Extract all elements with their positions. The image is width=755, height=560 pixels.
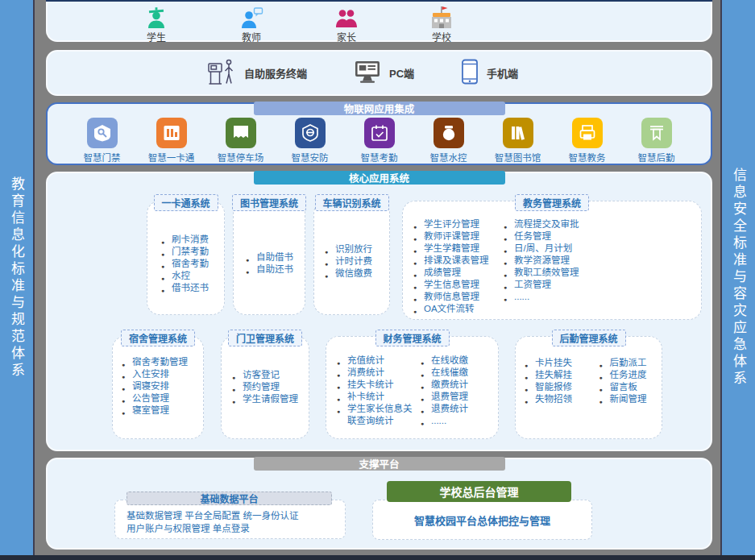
- iot-item-label: 智慧后勤: [638, 151, 675, 164]
- system-box-title: 一卡通系统: [153, 194, 218, 211]
- user-role-teacher: 教师: [223, 6, 280, 44]
- phone-icon: [461, 59, 479, 88]
- terminal-label: PC端: [389, 65, 414, 81]
- terminals-panel: 自助服务终端 PC端: [46, 50, 712, 96]
- parents-icon: [335, 6, 358, 29]
- system-box-title: 财务管理系统: [375, 330, 449, 346]
- list-item: 失物招领: [524, 393, 593, 405]
- support-platform-panel: 支撑平台 基础数据平台 基础数据管理 平台全局配置 统一身份认证 用户账户与权限…: [46, 458, 712, 550]
- list-item: 门禁考勤: [160, 246, 224, 258]
- iot-item-label: 智慧考勤: [361, 151, 398, 164]
- parking-icon: [226, 118, 256, 148]
- system-box-finance: 财务管理系统 充值统计 消费统计 挂失卡统计 补卡统计 学生家长信息关联查询统计…: [326, 336, 499, 439]
- list-item: 日/周、月计划: [503, 243, 599, 255]
- smart-campus-architecture-diagram: 教育信息化标准与规范体系 信息安全标准与容灾应急体系 学生: [0, 0, 755, 560]
- user-role-parent: 家长: [318, 6, 375, 44]
- list-item: 学生请假管理: [231, 393, 309, 405]
- list-item: 公告管理: [121, 392, 203, 404]
- list-item: 教师信息管理: [413, 291, 496, 303]
- system-box-title: 宿舍管理系统: [121, 330, 195, 346]
- system-box-title: 图书管理系统: [232, 194, 306, 211]
- base-platform-line2: 用户账户与权限管理 单点登录: [127, 522, 345, 535]
- terminal-pc: PC端: [354, 60, 414, 87]
- teacher-icon: [240, 6, 263, 29]
- iot-item-label: 智慧安防: [292, 151, 329, 164]
- user-role-label: 教师: [242, 30, 261, 44]
- list-item: 挂失卡统计: [336, 379, 415, 391]
- user-role-school: 学校: [413, 6, 470, 44]
- list-item: 智能报修: [524, 381, 593, 393]
- logistics-icon: [641, 118, 672, 148]
- user-role-label: 学校: [432, 30, 451, 44]
- list-item: 水控: [160, 270, 224, 282]
- list-item: 宿舍考勤: [160, 258, 224, 270]
- list-item: OA文件流转: [413, 303, 496, 315]
- list-item: 退费统计: [420, 403, 494, 415]
- core-header-bar: 核心应用系统: [254, 171, 505, 185]
- terminal-kiosk: 自助服务终端: [207, 58, 307, 89]
- list-item: 在线催缴: [420, 367, 494, 379]
- list-item: 自助还书: [245, 263, 305, 276]
- access-control-icon: [87, 118, 118, 148]
- list-item: 宿舍考勤管理: [121, 356, 203, 368]
- system-box-vehicle: 车辆识别系统 识别放行 计时计费 微信缴费: [313, 201, 390, 315]
- iot-item-academic: 智慧教务: [566, 118, 608, 164]
- left-standards-label: 教育信息化标准与规范体系: [6, 176, 27, 380]
- list-item: 教职工绩效管理: [503, 267, 599, 279]
- library-icon: [503, 118, 533, 148]
- iot-item-security: 智慧安防: [289, 118, 331, 164]
- iot-item-label: 智慧门禁: [84, 151, 121, 164]
- list-item: 卡片挂失: [524, 357, 593, 369]
- list-item: 成绩管理: [413, 267, 496, 279]
- list-item: 入住安排: [121, 368, 203, 380]
- list-item: 学生评分管理: [413, 218, 496, 230]
- iot-item-label: 智慧停车场: [218, 151, 264, 164]
- list-item: 充值统计: [336, 355, 415, 367]
- base-data-platform-box: 基础数据管理 平台全局配置 统一身份认证 用户账户与权限管理 单点登录: [114, 500, 346, 539]
- list-item: 微信缴费: [324, 268, 389, 280]
- list-item: 访客登记: [231, 369, 309, 381]
- system-box-academic-affairs: 教务管理系统 学生评分管理 教师评课管理 学生学籍管理 排课及课表管理 成绩管理…: [402, 201, 702, 320]
- onecard-icon: [156, 118, 187, 148]
- system-box-title: 车辆识别系统: [314, 194, 388, 211]
- school-admin-title: 学校总后台管理: [387, 481, 571, 502]
- user-role-student: 学生: [128, 6, 185, 44]
- iot-header-bar: 物联网应用集成: [254, 102, 505, 115]
- list-item: 流程提交及审批: [503, 218, 599, 230]
- student-icon: [145, 6, 168, 29]
- list-item: 调寝安排: [121, 380, 203, 392]
- system-box-library: 图书管理系统 自助借书 自助还书: [233, 201, 305, 315]
- iot-item-label: 智慧水控: [430, 151, 467, 164]
- list-item: 在线收缴: [420, 355, 494, 367]
- list-item: 识别放行: [324, 243, 389, 255]
- pc-icon: [354, 60, 381, 87]
- list-item: 寝室管理: [121, 404, 203, 417]
- iot-item-library: 智慧图书馆: [497, 118, 539, 164]
- system-box-dormitory: 宿舍管理系统 宿舍考勤管理 入住安排 调寝安排 公告管理 寝室管理: [112, 336, 204, 439]
- left-standards-bar: 教育信息化标准与规范体系: [0, 0, 35, 555]
- base-platform-line1: 基础数据管理 平台全局配置 统一身份认证: [127, 509, 345, 522]
- system-box-gatekeeper: 门卫管理系统 访客登记 预约管理 学生请假管理: [221, 336, 309, 439]
- list-item: 消费统计: [336, 367, 415, 379]
- iot-item-label: 智慧教务: [569, 151, 606, 164]
- iot-item-label: 智慧图书馆: [495, 151, 541, 164]
- list-item: 计时计费: [324, 255, 389, 268]
- iot-item-attendance: 智慧考勤: [359, 118, 400, 164]
- water-icon: [434, 118, 464, 148]
- list-item: 预约管理: [231, 381, 309, 393]
- list-item: 缴费统计: [420, 379, 494, 391]
- bottom-border-strip: [0, 555, 755, 560]
- academic-icon: [572, 118, 603, 148]
- system-box-title: 后勤管理系统: [551, 330, 625, 346]
- list-item: 教学资源管理: [503, 255, 599, 267]
- user-role-label: 学生: [147, 30, 166, 44]
- iot-item-access-control: 智慧门禁: [81, 118, 123, 164]
- list-item: 学生学籍管理: [413, 243, 496, 255]
- school-admin-desc: 智慧校园平台总体把控与管理: [414, 512, 550, 528]
- attendance-icon: [364, 118, 395, 148]
- iot-item-label: 智慧一卡通: [148, 151, 195, 164]
- school-icon: [429, 6, 454, 29]
- system-box-logistics: 后勤管理系统 卡片挂失 挂失解挂 智能报修 失物招领 后勤派工 任务进度 留言板…: [515, 336, 662, 439]
- list-item: 留言板: [598, 381, 662, 393]
- list-item: ......: [503, 291, 599, 303]
